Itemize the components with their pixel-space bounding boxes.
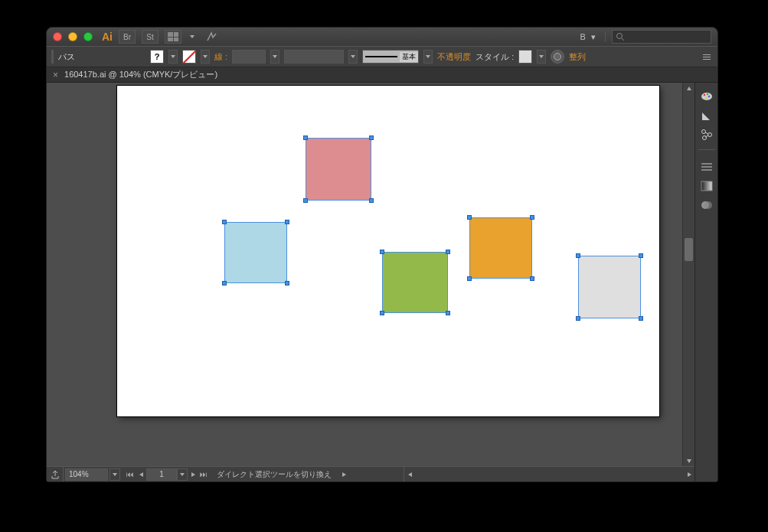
canvas-zone: 104% ⏮ 1 ⏭ ダイレクト選択ツールを切り換え xyxy=(47,83,694,481)
variable-width-dropdown[interactable] xyxy=(348,50,358,64)
selection-handle[interactable] xyxy=(530,215,534,220)
selection-handle[interactable] xyxy=(380,250,384,254)
swatches-icon[interactable] xyxy=(698,107,716,124)
scroll-up-button[interactable] xyxy=(683,83,694,93)
app-window: Ai Br St B ▾ パス ? 線 : 基本 不透明度 スタイル : xyxy=(46,27,718,482)
selection-handle[interactable] xyxy=(380,311,384,315)
selection-handle[interactable] xyxy=(446,311,450,315)
work-area: 104% ⏮ 1 ⏭ ダイレクト選択ツールを切り換え xyxy=(47,83,717,481)
align-label[interactable]: 整列 xyxy=(569,51,586,63)
stock-button[interactable]: St xyxy=(142,30,159,44)
bridge-button[interactable]: Br xyxy=(119,30,136,44)
share-icon xyxy=(51,470,60,479)
variable-width-profile[interactable] xyxy=(284,50,344,64)
document-tab-bar: × 160417b.ai @ 104% (CMYK/プレビュー) xyxy=(47,67,717,83)
transparency-icon[interactable] xyxy=(698,197,716,214)
close-tab-button[interactable]: × xyxy=(53,70,58,80)
window-zoom-button[interactable] xyxy=(83,32,93,41)
shape-grey[interactable] xyxy=(578,256,641,318)
selection-handle[interactable] xyxy=(576,253,580,258)
recolor-artwork-button[interactable] xyxy=(551,50,564,64)
prev-artboard-button[interactable] xyxy=(136,468,146,481)
stroke-dropdown[interactable] xyxy=(201,50,210,64)
selection-handle[interactable] xyxy=(576,316,580,321)
shape-orange[interactable] xyxy=(469,217,532,279)
arrange-dropdown[interactable] xyxy=(188,35,197,38)
selection-handle[interactable] xyxy=(467,276,472,281)
document-tab[interactable]: 160417b.ai @ 104% (CMYK/プレビュー) xyxy=(64,69,217,80)
status-bar: 104% ⏮ 1 ⏭ ダイレクト選択ツールを切り換え xyxy=(47,466,694,481)
gpu-preview-icon[interactable] xyxy=(203,30,220,44)
arrange-documents-button[interactable] xyxy=(165,30,181,44)
gradient-icon[interactable] xyxy=(698,178,716,194)
fill-dropdown[interactable] xyxy=(168,50,178,64)
svg-line-1 xyxy=(622,38,624,41)
symbols-icon[interactable] xyxy=(698,126,716,143)
selection-handle[interactable] xyxy=(303,135,308,140)
app-name: Ai xyxy=(102,31,113,43)
selection-handle[interactable] xyxy=(639,253,643,258)
fill-swatch[interactable]: ? xyxy=(150,50,164,64)
selection-handle[interactable] xyxy=(530,276,534,281)
svg-point-0 xyxy=(617,34,623,39)
canvas[interactable] xyxy=(47,83,694,466)
zoom-dropdown[interactable] xyxy=(109,468,120,481)
selection-handle[interactable] xyxy=(303,198,308,203)
selection-handle[interactable] xyxy=(222,220,227,224)
style-label: スタイル : xyxy=(476,51,514,63)
selection-handle[interactable] xyxy=(285,281,289,286)
search-field[interactable] xyxy=(612,30,711,44)
zoom-field[interactable]: 104% xyxy=(65,468,108,481)
selection-handle[interactable] xyxy=(222,281,227,286)
color-palette-icon[interactable] xyxy=(698,88,716,105)
selection-handle[interactable] xyxy=(639,316,643,321)
status-hint: ダイレクト選択ツールを切り換え xyxy=(209,469,404,480)
workspace-switcher[interactable]: B ▾ xyxy=(577,32,599,42)
shape-blue[interactable] xyxy=(224,222,287,283)
horizontal-scroll-track[interactable] xyxy=(415,467,684,481)
selection-handle[interactable] xyxy=(467,215,472,220)
artboard[interactable] xyxy=(117,86,659,416)
opacity-label[interactable]: 不透明度 xyxy=(437,51,471,63)
control-bar-menu[interactable] xyxy=(701,52,713,62)
selection-handle[interactable] xyxy=(446,250,450,254)
brush-dropdown[interactable] xyxy=(423,50,433,64)
svg-point-7 xyxy=(701,130,705,134)
control-bar: パス ? 線 : 基本 不透明度 スタイル : 整列 xyxy=(47,46,717,67)
selection-handle[interactable] xyxy=(369,198,374,203)
svg-point-4 xyxy=(706,93,708,95)
svg-rect-13 xyxy=(701,181,712,191)
artboard-number-field[interactable]: 1 xyxy=(146,468,177,481)
window-minimize-button[interactable] xyxy=(68,32,77,41)
search-icon xyxy=(616,32,625,41)
stroke-weight-dropdown[interactable] xyxy=(270,50,279,64)
graphic-style-swatch[interactable] xyxy=(518,50,532,64)
scroll-left-button[interactable] xyxy=(404,467,415,481)
svg-point-3 xyxy=(703,94,704,96)
stroke-icon[interactable] xyxy=(698,158,716,175)
stroke-weight-field[interactable] xyxy=(232,50,266,64)
first-artboard-button[interactable]: ⏮ xyxy=(125,468,136,481)
selection-handle[interactable] xyxy=(369,135,374,140)
vertical-scroll-thumb[interactable] xyxy=(685,238,693,261)
stroke-swatch[interactable] xyxy=(182,50,196,64)
share-button[interactable] xyxy=(47,467,64,481)
scroll-down-button[interactable] xyxy=(683,455,694,466)
artboard-nav-dropdown[interactable] xyxy=(177,468,188,481)
next-artboard-button[interactable] xyxy=(188,468,198,481)
svg-point-6 xyxy=(705,97,707,99)
vertical-scroll-track[interactable] xyxy=(683,93,694,455)
brush-definition[interactable]: 基本 xyxy=(362,50,419,64)
vertical-scrollbar[interactable] xyxy=(682,83,694,466)
stroke-label: 線 : xyxy=(214,51,227,63)
selection-indicator: パス xyxy=(51,50,80,64)
window-close-button[interactable] xyxy=(53,32,62,41)
shape-green[interactable] xyxy=(382,252,448,313)
selection-handle[interactable] xyxy=(285,220,289,224)
graphic-style-dropdown[interactable] xyxy=(537,50,546,64)
svg-point-15 xyxy=(704,201,712,209)
horizontal-scrollbar[interactable] xyxy=(404,467,694,481)
shape-pink[interactable] xyxy=(306,138,371,201)
scroll-right-button[interactable] xyxy=(684,467,694,481)
last-artboard-button[interactable]: ⏭ xyxy=(198,468,209,481)
